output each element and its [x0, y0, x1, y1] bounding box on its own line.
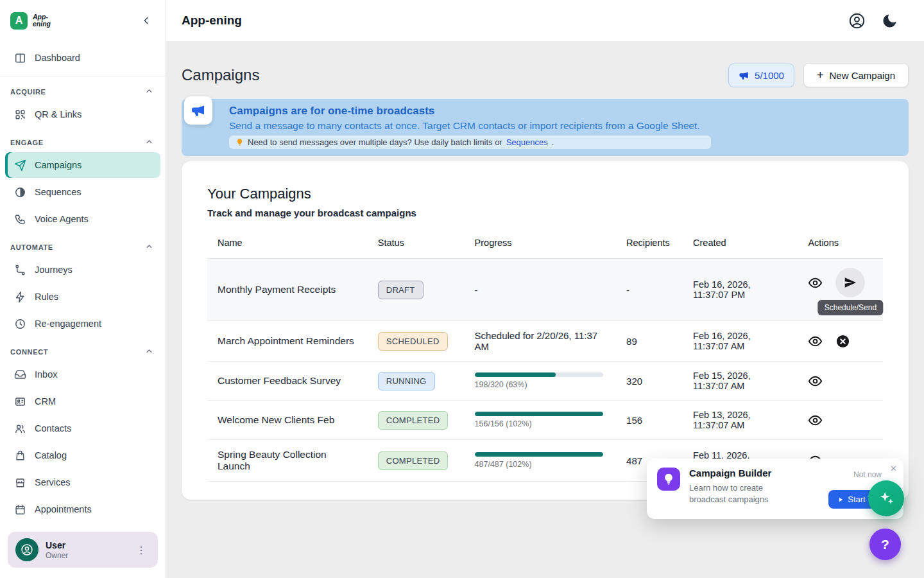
send-button-wrap: Schedule/Send	[835, 268, 865, 297]
campaign-name: March Appointment Reminders	[207, 321, 368, 362]
lightning-icon	[14, 291, 26, 303]
sidebar-collapse-button[interactable]	[137, 12, 155, 30]
sidebar-item-voice-agents[interactable]: Voice Agents	[5, 206, 160, 232]
ai-assistant-fab[interactable]	[868, 480, 904, 516]
sidebar-item-label: Services	[35, 477, 71, 487]
table-row[interactable]: Monthly Payment Receipts DRAFT - - Feb 1…	[207, 259, 883, 321]
help-fab[interactable]: ?	[869, 529, 901, 560]
sidebar-item-appointments[interactable]: Appointments	[5, 496, 160, 522]
recipients-cell: 156	[616, 401, 683, 440]
page-title: Campaigns	[182, 66, 259, 84]
clock-icon	[14, 318, 26, 330]
sidebar-section-engage[interactable]: ENGAGE	[0, 128, 166, 151]
sidebar-item-label: Inbox	[35, 369, 57, 380]
status-badge: COMPLETED	[378, 411, 449, 430]
sidebar-item-qr-links[interactable]: QR & Links	[5, 101, 160, 127]
campaigns-card: Your Campaigns Track and manage your bro…	[182, 161, 909, 500]
inbox-icon	[14, 369, 26, 381]
dark-mode-moon-icon[interactable]	[881, 12, 898, 30]
created-cell: Feb 13, 2026, 11:37:07 AM	[683, 401, 798, 440]
column-header-created: Created	[683, 227, 798, 259]
sidebar-item-campaigns[interactable]: Campaigns	[5, 152, 160, 178]
campaign-builder-toast: Campaign Builder Learn how to create bro…	[647, 459, 903, 519]
cancel-button[interactable]	[835, 334, 850, 349]
view-button[interactable]	[808, 413, 823, 428]
eye-icon	[808, 374, 823, 389]
campaign-quota-badge[interactable]: 5/1000	[728, 64, 794, 87]
status-badge: COMPLETED	[378, 451, 449, 470]
progress-bar	[475, 412, 603, 416]
chevron-up-icon	[144, 137, 154, 147]
app-logo-icon: A	[10, 12, 28, 30]
recipients-cell: 320	[616, 362, 683, 401]
sidebar-item-contacts[interactable]: Contacts	[5, 416, 160, 441]
schedule-send-button[interactable]	[835, 268, 865, 297]
row-actions: Schedule/Send	[808, 268, 873, 297]
progress-caption: 198/320 (63%)	[475, 380, 606, 389]
sidebar-item-inbox[interactable]: Inbox	[5, 362, 160, 387]
sidebar-item-label: Campaigns	[35, 160, 81, 170]
column-header-progress: Progress	[465, 227, 616, 259]
sidebar-item-services[interactable]: Services	[5, 469, 160, 495]
column-header-name: Name	[207, 227, 368, 259]
sidebar-item-rules[interactable]: Rules	[5, 284, 160, 310]
status-badge: DRAFT	[378, 281, 424, 299]
sidebar-item-catalog[interactable]: Catalog	[5, 442, 160, 468]
send-icon	[843, 276, 857, 290]
megaphone-icon	[191, 103, 206, 118]
sidebar-item-re-engagement[interactable]: Re-engagement	[5, 311, 160, 337]
table-row[interactable]: Customer Feedback Survey RUNNING 198/320…	[207, 362, 883, 401]
chevron-up-icon	[144, 242, 154, 252]
view-button[interactable]	[808, 276, 823, 290]
eye-icon	[808, 276, 823, 290]
section-label: CONNECT	[10, 348, 48, 356]
campaigns-table: Name Status Progress Recipients Created …	[207, 227, 883, 482]
view-button[interactable]	[808, 374, 823, 389]
kebab-menu-icon[interactable]: ⋮	[132, 541, 150, 559]
play-icon	[837, 496, 844, 503]
banner-tip-text: Need to send messages over multiple days…	[248, 137, 502, 147]
table-row[interactable]: March Appointment Reminders SCHEDULED Sc…	[207, 321, 883, 362]
sidebar-section-automate[interactable]: AUTOMATE	[0, 233, 166, 256]
sidebar-item-label: Journeys	[35, 265, 73, 275]
sidebar-item-label: CRM	[35, 396, 56, 407]
section-label: AUTOMATE	[10, 243, 53, 251]
row-actions	[808, 374, 873, 389]
sidebar-item-dashboard[interactable]: Dashboard	[5, 45, 160, 71]
banner-tip: Need to send messages over multiple days…	[229, 136, 711, 149]
created-cell: Feb 16, 2026, 11:37:07 PM	[683, 259, 798, 321]
sidebar-user-card[interactable]: User Owner ⋮	[8, 532, 158, 568]
sidebar-section-connect[interactable]: CONNECT	[0, 338, 166, 360]
card-title: Your Campaigns	[207, 186, 883, 202]
x-circle-icon	[835, 334, 850, 349]
progress-cell: Scheduled for 2/20/26, 11:37 AM	[465, 321, 616, 362]
account-icon[interactable]	[848, 12, 866, 30]
topbar: App-ening	[166, 0, 924, 41]
banner-subtitle: Send a message to many contacts at once.…	[229, 120, 898, 132]
table-row[interactable]: Welcome New Clients Feb COMPLETED 156/15…	[207, 401, 883, 440]
column-header-actions: Actions	[798, 227, 883, 259]
avatar	[15, 538, 38, 561]
shopping-bag-icon	[14, 450, 26, 462]
view-button[interactable]	[808, 334, 823, 349]
progress-cell: 487/487 (102%)	[465, 440, 616, 482]
toast-close-button[interactable]: ✕	[890, 464, 897, 473]
sidebar-item-label: Appointments	[35, 504, 92, 514]
sequences-link[interactable]: Sequences	[506, 137, 548, 147]
new-campaign-button[interactable]: + New Campaign	[803, 63, 909, 87]
sidebar-item-label: QR & Links	[35, 109, 81, 119]
toast-body: Campaign Builder Learn how to create bro…	[689, 468, 819, 510]
sidebar: A App- ening Dashboard ACQUIRE QR & Link…	[0, 0, 166, 578]
eye-icon	[808, 334, 823, 349]
sidebar-section-acquire[interactable]: ACQUIRE	[0, 78, 166, 100]
contact-card-icon	[14, 396, 26, 408]
sidebar-item-sequences[interactable]: Sequences	[5, 179, 160, 205]
sidebar-item-crm[interactable]: CRM	[5, 389, 160, 414]
tooltip-schedule-send: Schedule/Send	[818, 300, 883, 315]
dashboard-icon	[14, 52, 26, 64]
new-campaign-label: New Campaign	[829, 70, 895, 81]
chevron-up-icon	[144, 87, 154, 96]
sidebar-item-journeys[interactable]: Journeys	[5, 257, 160, 283]
not-now-button[interactable]: Not now	[853, 470, 882, 479]
created-cell: Feb 16, 2026, 11:37:07 AM	[683, 321, 798, 362]
